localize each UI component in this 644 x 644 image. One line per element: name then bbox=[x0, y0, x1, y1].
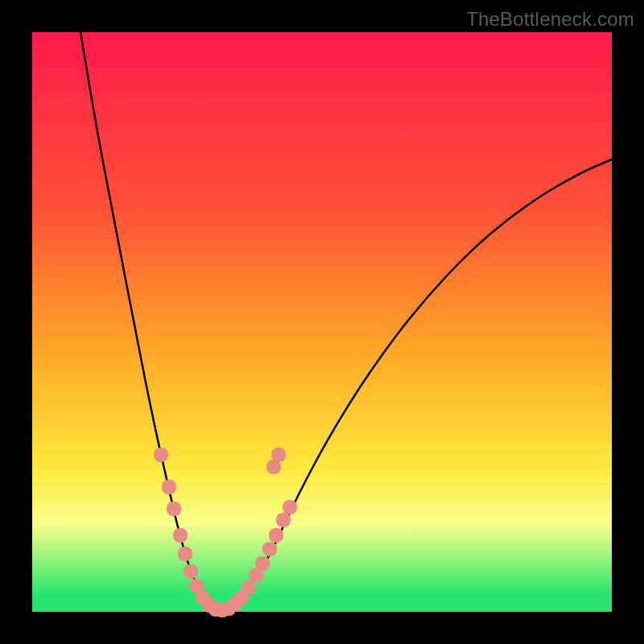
plot-area bbox=[32, 32, 612, 612]
curve-marker bbox=[162, 480, 176, 494]
markers-right-group bbox=[221, 448, 297, 616]
curve-marker bbox=[184, 564, 198, 579]
curve-marker bbox=[276, 513, 291, 527]
curve-marker bbox=[269, 528, 283, 543]
curve-marker bbox=[283, 500, 297, 514]
curve-marker bbox=[173, 528, 188, 543]
curve-marker bbox=[271, 448, 286, 462]
curve-marker bbox=[178, 547, 192, 561]
curve-marker bbox=[154, 448, 168, 462]
curve-marker bbox=[262, 542, 277, 556]
curve-svg bbox=[32, 32, 612, 612]
chart-stage: TheBottleneck.com bbox=[0, 0, 644, 644]
bottleneck-curve bbox=[80, 32, 612, 609]
curve-marker bbox=[167, 502, 181, 516]
curve-marker bbox=[255, 556, 270, 571]
watermark-text: TheBottleneck.com bbox=[466, 8, 634, 31]
